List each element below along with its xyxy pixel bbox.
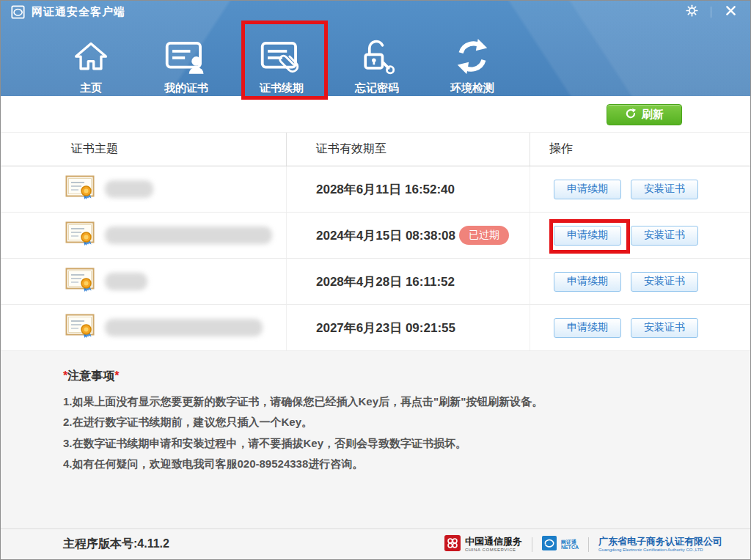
footer-logos: 中国通信服务 CHINA COMSERVICE 网证通 NETCA 广东省电子商… (444, 535, 722, 554)
renew-button[interactable]: 申请续期 (554, 318, 621, 338)
toolbar: 刷新 (1, 96, 750, 133)
refresh-label: 刷新 (642, 108, 664, 122)
annotation-red-box (241, 21, 328, 100)
redacted-subject (105, 319, 263, 336)
window-controls (682, 3, 740, 21)
app-logo-icon (11, 5, 25, 19)
renew-button[interactable]: 申请续期 (554, 180, 621, 199)
titlebar: 网证通安全客户端 (1, 1, 750, 23)
app-header: 网证通安全客户端 主页 我的证书 证书续期 忘记密码 环境检测 (1, 1, 750, 96)
valid-until-cell: 2028年4月28日 16:11:52 (287, 259, 530, 304)
nav-item-home[interactable]: 主页 (43, 27, 139, 97)
header-subject: 证书主题 (1, 133, 287, 166)
nav-item-certificate-renewal[interactable]: 证书续期 (234, 27, 329, 97)
nav-item-my-certificate[interactable]: 我的证书 (139, 27, 234, 97)
titlebar-separator (711, 7, 711, 18)
certificate-subject-cell (1, 166, 287, 212)
valid-until-text: 2028年4月28日 16:11:52 (316, 273, 455, 290)
certificate-icon (65, 175, 95, 203)
main-nav: 主页 我的证书 证书续期 忘记密码 环境检测 (1, 27, 750, 97)
actions-cell: 申请续期 安装证书 (530, 259, 750, 304)
note-item: 1.如果上面没有显示您要更新的数字证书，请确保您已经插入Key后，再点击"刷新"… (63, 394, 706, 409)
app-window: 网证通安全客户端 主页 我的证书 证书续期 忘记密码 环境检测 刷新 (0, 0, 751, 560)
certificate-icon (65, 314, 95, 342)
redacted-subject (105, 180, 153, 198)
china-comservice-name: 中国通信服务 (465, 537, 522, 548)
my-certificate-icon (165, 32, 208, 76)
refresh-icon (625, 108, 637, 122)
actions-cell: 申请续期 安装证书 (530, 166, 750, 212)
certificate-icon (65, 221, 95, 249)
certificate-subject-cell (1, 305, 287, 350)
valid-until-text: 2024年4月15日 08:38:08 (316, 227, 455, 244)
window-title: 网证通安全客户端 (32, 5, 125, 19)
certificate-subject-cell (1, 213, 287, 258)
notes-section: *注意事项* 1.如果上面没有显示您要更新的数字证书，请确保您已经插入Key后，… (1, 351, 750, 528)
nav-item-environment-check[interactable]: 环境检测 (425, 27, 520, 97)
table-row: 2027年6月23日 09:21:55 申请续期 安装证书 (1, 305, 750, 351)
home-icon (72, 32, 110, 76)
certificate-icon (65, 268, 95, 295)
netca-name: 网证通 (561, 539, 579, 545)
header-actions: 操作 (530, 133, 750, 166)
install-button[interactable]: 安装证书 (631, 318, 698, 338)
china-comservice-logo: 中国通信服务 CHINA COMSERVICE (444, 535, 522, 554)
expired-badge: 已过期 (459, 226, 509, 245)
footer-separator (588, 537, 589, 552)
install-button[interactable]: 安装证书 (631, 180, 698, 199)
redacted-subject (105, 273, 147, 290)
nav-item-forgot-password[interactable]: 忘记密码 (329, 27, 425, 97)
app-footer: 主程序版本号:4.11.2 中国通信服务 CHINA COMSERVICE 网证… (1, 528, 750, 559)
refresh-button[interactable]: 刷新 (607, 104, 682, 125)
close-button[interactable] (721, 3, 740, 21)
gdca-logo: 广东省电子商务认证有限公司 Guangdong Electronic Certi… (598, 537, 722, 553)
notes-title: *注意事项* (63, 369, 706, 384)
note-item: 4.如有任何疑问，欢迎致电我司客服020-89524338进行咨询。 (63, 457, 706, 471)
netca-icon (542, 536, 557, 553)
forgot-password-icon (358, 32, 396, 76)
note-item: 2.在进行数字证书续期前，建议您只插入一个Key。 (63, 415, 706, 430)
actions-cell: 申请续期 安装证书 (530, 213, 750, 258)
gdca-name: 广东省电子商务认证有限公司 (598, 537, 722, 548)
certificate-subject-cell (1, 259, 287, 304)
version-text: 主程序版本号:4.11.2 (63, 537, 169, 552)
netca-logo: 网证通 NETCA (542, 536, 579, 553)
valid-until-cell: 2027年6月23日 09:21:55 (287, 305, 530, 350)
certificate-table: 证书主题 证书有效期至 操作 2028年6月11日 16:52:40 申请续期 … (1, 133, 750, 351)
table-header-row: 证书主题 证书有效期至 操作 (1, 133, 750, 166)
table-row: 2024年4月15日 08:38:08 已过期 申请续期 安装证书 (1, 213, 750, 259)
china-comservice-icon (444, 535, 461, 554)
footer-separator (532, 537, 532, 552)
table-body: 2028年6月11日 16:52:40 申请续期 安装证书 2024年4月15日… (1, 166, 750, 351)
red-asterisk: * (114, 369, 119, 382)
china-comservice-english: CHINA COMSERVICE (465, 548, 522, 553)
netca-english: NETCA (561, 545, 579, 550)
table-row: 2028年6月11日 16:52:40 申请续期 安装证书 (1, 166, 750, 213)
close-icon (725, 5, 736, 19)
install-button[interactable]: 安装证书 (631, 226, 698, 246)
valid-until-text: 2028年6月11日 16:52:40 (316, 181, 455, 198)
redacted-subject (105, 226, 272, 244)
environment-check-icon (453, 32, 492, 76)
renew-button[interactable]: 申请续期 (554, 226, 621, 246)
valid-until-cell: 2028年6月11日 16:52:40 (287, 166, 530, 212)
table-row: 2028年4月28日 16:11:52 申请续期 安装证书 (1, 259, 750, 305)
settings-button[interactable] (682, 3, 701, 21)
install-button[interactable]: 安装证书 (631, 272, 698, 292)
note-item: 3.在数字证书续期申请和安装过程中，请不要插拔Key，否则会导致数字证书损坏。 (63, 436, 706, 451)
gdca-english: Guangdong Electronic Certification Autho… (598, 548, 722, 553)
valid-until-cell: 2024年4月15日 08:38:08 已过期 (287, 213, 530, 258)
gear-icon (686, 4, 698, 20)
notes-list: 1.如果上面没有显示您要更新的数字证书，请确保您已经插入Key后，再点击"刷新"… (63, 394, 706, 471)
valid-until-text: 2027年6月23日 09:21:55 (316, 320, 455, 336)
header-valid-until: 证书有效期至 (287, 133, 530, 166)
actions-cell: 申请续期 安装证书 (530, 305, 750, 350)
renew-button[interactable]: 申请续期 (554, 272, 621, 292)
